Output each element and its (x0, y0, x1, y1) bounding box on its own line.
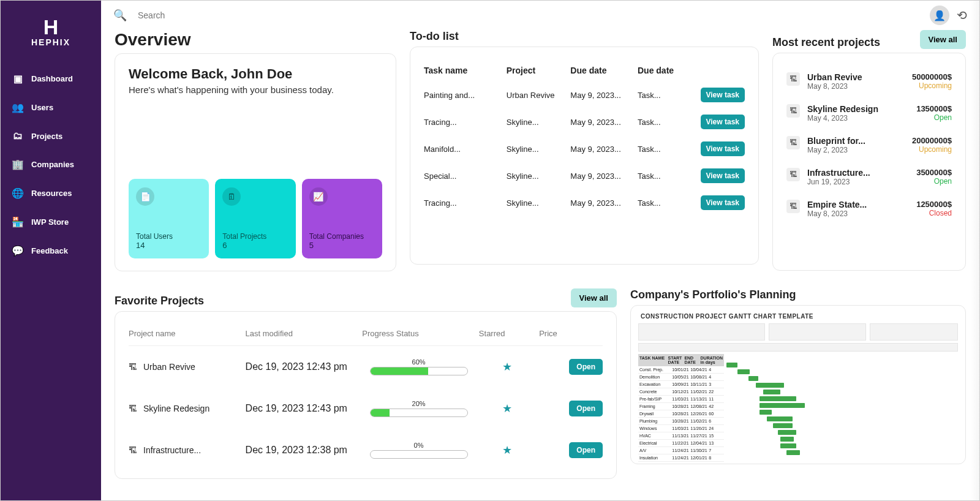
main-area: 🔍 👤 ⟲ Overview Welcome Back, John Doe He… (101, 1, 979, 500)
gantt-task-row: Const. Prep.10/01/2110/04/214 (638, 366, 724, 374)
gantt-bar (756, 383, 784, 388)
nav-label: Resources (31, 189, 72, 198)
todo-due: May 9, 2023... (570, 171, 635, 181)
stat-icon: 📄 (136, 187, 154, 206)
progress-bar (370, 450, 468, 459)
gantt-chart-title: CONSTRUCTION PROJECT GANTT CHART TEMPLAT… (641, 313, 958, 320)
search-input[interactable] (134, 7, 922, 24)
stat-card[interactable]: 📈Total Companies5 (302, 179, 382, 258)
progress-bar (370, 409, 468, 417)
view-task-button[interactable]: View task (701, 88, 745, 102)
todo-task: Special... (424, 171, 504, 181)
nav-icon: 👥 (12, 102, 24, 113)
star-icon[interactable]: ★ (479, 443, 535, 457)
sidebar-item-projects[interactable]: 🗂Projects (1, 122, 101, 150)
gantt-bar (748, 376, 758, 381)
brand-mark: H (1, 17, 101, 37)
stat-label: Total Users (136, 232, 202, 241)
open-project-button[interactable]: Open (569, 359, 603, 375)
todo-task: Tracing... (424, 198, 504, 208)
gantt-col-header: START DATE (667, 354, 684, 366)
gantt-task-row: Windows11/03/2111/26/2124 (638, 425, 724, 432)
nav-label: Users (31, 103, 53, 112)
recent-status: Upcoming (912, 145, 952, 154)
sidebar-item-companies[interactable]: 🏢Companies (1, 150, 101, 179)
stat-card[interactable]: 🗓Total Projects6 (215, 179, 295, 258)
favorites-viewall-button[interactable]: View all (571, 288, 617, 307)
recent-project-item[interactable]: 🏗Empire State...May 8, 20231250000$Close… (786, 193, 952, 225)
sidebar-item-users[interactable]: 👥Users (1, 93, 101, 122)
sidebar-item-feedback[interactable]: 💬Feedback (1, 236, 101, 265)
welcome-title: Welcome Back, John Doe (129, 66, 382, 82)
gantt-bar (726, 363, 737, 367)
gantt-chart (726, 354, 958, 464)
gantt-bar (780, 443, 796, 448)
todo-project: Skyline... (507, 145, 568, 154)
todo-col-header: Task name (424, 66, 504, 75)
gantt-task-row: Pre-fab/SIP11/03/2111/13/2111 (638, 396, 724, 403)
user-avatar[interactable]: 👤 (930, 6, 949, 25)
stat-value: 5 (309, 241, 375, 250)
star-icon[interactable]: ★ (479, 360, 535, 374)
nav-label: Feedback (31, 246, 68, 255)
gantt-bar (737, 369, 750, 374)
recent-project-item[interactable]: 🏗Urban ReviveMay 8, 202350000000$Upcomin… (786, 66, 952, 97)
recent-project-item[interactable]: 🏗Blueprint for...May 2, 202320000000$Upc… (786, 129, 952, 161)
recent-amount: 50000000$ (912, 72, 952, 81)
gantt-bar (760, 396, 796, 401)
todo-row: Tracing...Skyline...May 9, 2023...Task..… (424, 108, 745, 135)
open-project-button[interactable]: Open (569, 442, 603, 458)
progress-wrap: 60% (362, 358, 475, 375)
topbar: 🔍 👤 ⟲ (101, 1, 979, 30)
recent-viewall-button[interactable]: View all (920, 30, 966, 49)
nav-icon: 💬 (12, 245, 24, 257)
open-project-button[interactable]: Open (569, 401, 603, 416)
view-task-button[interactable]: View task (701, 115, 745, 129)
todo-due2: Task... (638, 145, 687, 154)
stat-label: Total Projects (222, 232, 288, 241)
gantt-bar (786, 450, 800, 455)
view-task-button[interactable]: View task (701, 168, 745, 183)
fav-col-header: Progress Status (362, 329, 475, 338)
refresh-icon[interactable]: ⟲ (957, 8, 967, 23)
sidebar: H HEPHIX ▣Dashboard👥Users🗂Projects🏢Compa… (1, 1, 101, 500)
recent-status: Closed (916, 209, 952, 217)
gantt-task-row: A/V11/24/2111/30/217 (638, 447, 724, 454)
project-icon: 🏗 (786, 72, 800, 86)
fav-project-name: 🏗Urban Revive (129, 362, 242, 372)
sidebar-item-resources[interactable]: 🌐Resources (1, 179, 101, 208)
nav-icon: 🗂 (12, 130, 24, 141)
favorite-row: 🏗Urban ReviveDec 19, 2023 12:43 pm60%★Op… (129, 346, 603, 388)
gantt-bar (760, 403, 805, 408)
stat-card[interactable]: 📄Total Users14 (129, 179, 209, 258)
recent-date: May 2, 2023 (807, 146, 905, 154)
favorite-row: 🏗Infrastructure...Dec 19, 2023 12:38 pm0… (129, 429, 603, 471)
brand-name: HEPHIX (1, 37, 101, 47)
todo-task: Tracing... (424, 118, 504, 127)
view-task-button[interactable]: View task (701, 195, 745, 210)
fav-modified: Dec 19, 2023 12:38 pm (246, 445, 359, 456)
recent-project-item[interactable]: 🏗Infrastructure...Jun 19, 20233500000$Op… (786, 161, 952, 193)
gantt-task-row: Plumbing10/28/2111/02/216 (638, 418, 724, 425)
gantt-bar (760, 410, 772, 415)
todo-title: To-do list (410, 30, 459, 43)
gantt-bar (763, 390, 780, 394)
todo-row: Tracing...Skyline...May 9, 2023...Task..… (424, 189, 745, 216)
star-icon[interactable]: ★ (479, 402, 535, 415)
recent-project-item[interactable]: 🏗Skyline RedesignMay 4, 20231350000$Open (786, 97, 952, 129)
gantt-meta-box (769, 323, 867, 341)
recent-amount: 1250000$ (916, 200, 952, 209)
gantt-meta-box (638, 343, 958, 352)
todo-due: May 9, 2023... (570, 91, 635, 100)
recent-amount: 20000000$ (912, 136, 952, 145)
gantt-bar (767, 416, 793, 421)
view-task-button[interactable]: View task (701, 141, 745, 156)
project-icon: 🏗 (786, 104, 800, 118)
sidebar-item-iwp-store[interactable]: 🏪IWP Store (1, 208, 101, 236)
gantt-task-row: Electrical11/22/2112/04/2113 (638, 440, 724, 447)
project-icon: 🏗 (786, 200, 800, 213)
recent-name: Blueprint for... (807, 136, 905, 146)
nav-icon: 🌐 (12, 187, 24, 199)
sidebar-item-dashboard[interactable]: ▣Dashboard (1, 64, 101, 93)
fav-project-name: 🏗Infrastructure... (129, 445, 242, 455)
